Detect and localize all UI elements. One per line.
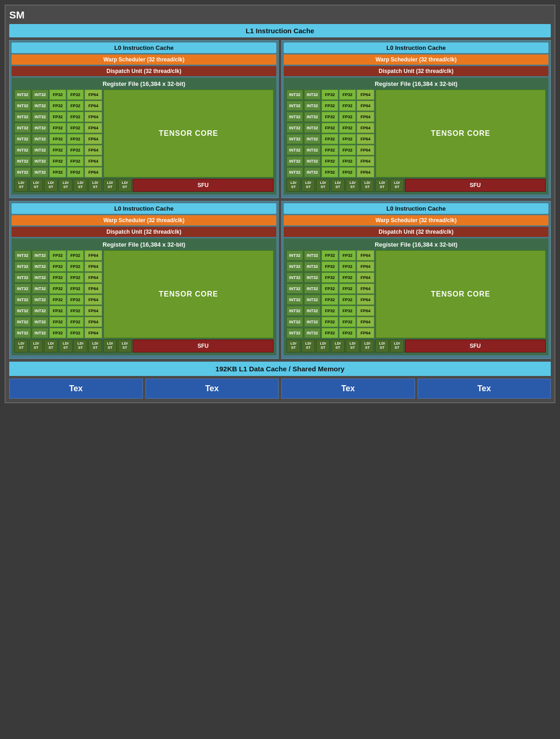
fp32-box: FP32 (67, 156, 84, 166)
compute-row: INT32 INT32 FP32 FP32 FP64 (14, 145, 102, 155)
int32-box: INT32 (32, 123, 49, 133)
int32-box: INT32 (14, 134, 31, 144)
int32-box: INT32 (286, 250, 303, 260)
int32-box: INT32 (14, 273, 31, 283)
ld-st-box: LD/ST (346, 179, 359, 192)
ld-st-box: LD/ST (14, 179, 28, 192)
int32-box: INT32 (286, 295, 303, 305)
fp32-box: FP32 (49, 317, 66, 327)
register-file-container-1: Register File (16,384 x 32-bit) INT32 IN… (284, 78, 548, 194)
compute-row: INT32 INT32 FP32 FP32 FP64 (286, 167, 374, 177)
fp32-box: FP32 (49, 328, 66, 338)
sfu-box-2: SFU (133, 339, 274, 352)
fp32-box: FP32 (49, 123, 66, 133)
tensor-core-3: TENSOR CORE (376, 250, 546, 338)
fp32-box: FP32 (339, 101, 356, 111)
int32-box: INT32 (304, 112, 321, 122)
fp32-box: FP32 (49, 261, 66, 272)
fp32-box: FP32 (339, 273, 356, 283)
sub-unit-1: L0 Instruction Cache Warp Scheduler (32 … (281, 40, 551, 198)
fp32-box: FP32 (67, 145, 84, 155)
fp32-box: FP32 (49, 112, 66, 122)
int32-box: INT32 (304, 317, 321, 327)
fp64-box: FP64 (85, 156, 102, 166)
int32-box: INT32 (32, 295, 49, 305)
int32-box: INT32 (286, 284, 303, 294)
compute-units-2: INT32 INT32 FP32 FP32 FP64 INT32 INT32 F… (14, 250, 274, 338)
ld-st-box: LD/ST (360, 179, 374, 192)
fp32-box: FP32 (49, 250, 66, 260)
warp-scheduler-1: Warp Scheduler (32 thread/clk) (284, 55, 548, 65)
fp32-box: FP32 (49, 167, 66, 177)
fp32-box: FP32 (67, 112, 84, 122)
int32-box: INT32 (286, 145, 303, 155)
ld-st-box: LD/ST (301, 339, 315, 352)
fp32-box: FP32 (322, 250, 338, 260)
int32-box: INT32 (32, 101, 49, 111)
fp64-box: FP64 (357, 134, 374, 144)
ld-st-box: LD/ST (44, 179, 58, 192)
compute-row: INT32 INT32 FP32 FP32 FP64 (286, 250, 374, 260)
fp32-box: FP32 (49, 134, 66, 144)
compute-row: INT32 INT32 FP32 FP32 FP64 (14, 134, 102, 144)
fp32-box: FP32 (67, 101, 84, 111)
int32-box: INT32 (14, 295, 31, 305)
fp64-box: FP64 (357, 295, 374, 305)
ld-st-box: LD/ST (29, 339, 43, 352)
int32-box: INT32 (32, 167, 49, 177)
fp64-box: FP64 (85, 284, 102, 294)
warp-scheduler-3: Warp Scheduler (32 thread/clk) (284, 215, 548, 225)
fp32-box: FP32 (67, 273, 84, 283)
ld-st-box: LD/ST (88, 339, 102, 352)
fp32-box: FP32 (322, 295, 338, 305)
tensor-core-1: TENSOR CORE (376, 90, 546, 177)
register-file-title-3: Register File (16,384 x 32-bit) (286, 241, 546, 248)
int32-box: INT32 (14, 167, 31, 177)
fp64-box: FP64 (85, 261, 102, 272)
fp64-box: FP64 (357, 273, 374, 283)
bottom-sub-units-row: L0 Instruction Cache Warp Scheduler (32 … (9, 201, 551, 359)
dispatch-unit-3: Dispatch Unit (32 thread/clk) (284, 227, 548, 237)
ld-st-row-3: LD/ST LD/ST LD/ST LD/ST LD/ST LD/ST LD/S… (286, 339, 546, 352)
fp32-box: FP32 (67, 317, 84, 327)
compute-row: INT32 INT32 FP32 FP32 FP64 (14, 295, 102, 305)
ld-st-box: LD/ST (59, 339, 73, 352)
compute-row: INT32 INT32 FP32 FP32 FP64 (14, 328, 102, 338)
fp32-box: FP32 (322, 156, 338, 166)
fp32-box: FP32 (322, 273, 338, 283)
fp32-box: FP32 (322, 306, 338, 316)
compute-row: INT32 INT32 FP32 FP32 FP64 (14, 273, 102, 283)
ld-st-box: LD/ST (118, 339, 132, 352)
compute-row: INT32 INT32 FP32 FP32 FP64 (14, 90, 102, 100)
fp32-box: FP32 (67, 328, 84, 338)
sfu-box-1: SFU (405, 179, 546, 192)
ld-st-box: LD/ST (360, 339, 374, 352)
ld-st-box: LD/ST (14, 339, 28, 352)
left-compute-0: INT32 INT32 FP32 FP32 FP64 INT32 INT32 F… (14, 90, 102, 177)
fp64-box: FP64 (357, 317, 374, 327)
compute-row: INT32 INT32 FP32 FP32 FP64 (14, 156, 102, 166)
fp32-box: FP32 (339, 145, 356, 155)
sm-title: SM (9, 9, 551, 21)
ld-st-row-2: LD/ST LD/ST LD/ST LD/ST LD/ST LD/ST LD/S… (14, 339, 274, 352)
ld-st-row-0: LD/ST LD/ST LD/ST LD/ST LD/ST LD/ST LD/S… (14, 179, 274, 192)
int32-box: INT32 (14, 101, 31, 111)
fp32-box: FP32 (49, 273, 66, 283)
fp64-box: FP64 (357, 123, 374, 133)
int32-box: INT32 (32, 112, 49, 122)
fp64-box: FP64 (85, 145, 102, 155)
fp64-box: FP64 (357, 328, 374, 338)
fp32-box: FP32 (339, 261, 356, 272)
compute-row: INT32 INT32 FP32 FP32 FP64 (286, 261, 374, 272)
fp32-box: FP32 (67, 250, 84, 260)
left-compute-1: INT32 INT32 FP32 FP32 FP64 INT32 INT32 F… (286, 90, 374, 177)
ld-st-box: LD/ST (286, 339, 300, 352)
fp32-box: FP32 (49, 90, 66, 100)
l0-cache-3: L0 Instruction Cache (284, 203, 548, 214)
ld-st-box: LD/ST (73, 339, 87, 352)
compute-row: INT32 INT32 FP32 FP32 FP64 (286, 328, 374, 338)
int32-box: INT32 (14, 123, 31, 133)
int32-box: INT32 (286, 123, 303, 133)
ld-st-box: LD/ST (390, 179, 404, 192)
fp64-box: FP64 (357, 112, 374, 122)
